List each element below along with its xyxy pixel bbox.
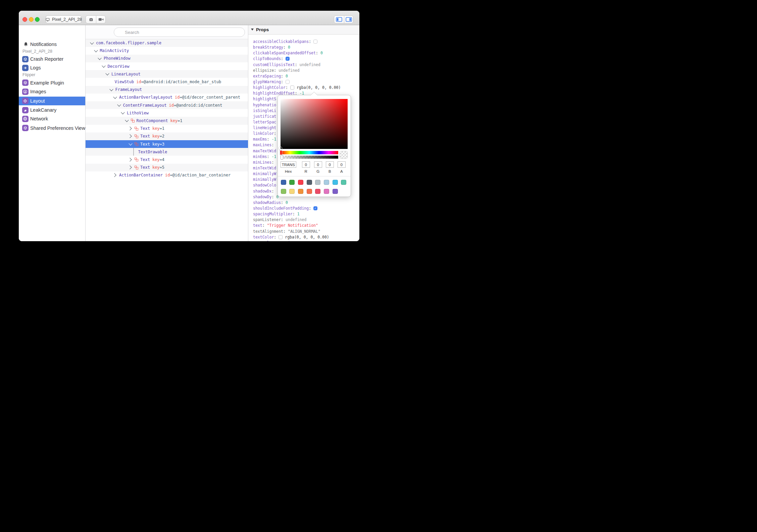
preset-color-swatch[interactable]: [324, 189, 329, 194]
sidebar-item-shared-preferences[interactable]: Shared Preferences Viewer: [19, 124, 85, 132]
blue-input[interactable]: 0: [326, 161, 334, 168]
tree-row[interactable]: LinearLayout: [86, 70, 248, 78]
tree-row[interactable]: ActionBarOverlayLayoutid=@id/decor_conte…: [86, 94, 248, 101]
color-swatch[interactable]: [279, 235, 283, 239]
chevron-down-icon[interactable]: [94, 48, 98, 52]
tree-row[interactable]: ViewStubid=@android:id/action_mode_bar_s…: [86, 78, 248, 86]
checkbox-checked[interactable]: [313, 206, 317, 210]
preset-color-swatch[interactable]: [298, 180, 303, 185]
alpha-input[interactable]: 0: [338, 161, 346, 168]
attr-name: id: [175, 95, 180, 100]
sidebar-item-crash-reporter[interactable]: Crash Reporter: [19, 55, 85, 63]
chevron-down-icon[interactable]: [109, 87, 113, 91]
tree-row[interactable]: RootComponentkey=1: [86, 117, 248, 124]
preset-color-swatch[interactable]: [333, 180, 338, 185]
screenshot-button[interactable]: [86, 16, 96, 23]
chevron-down-icon[interactable]: [105, 72, 109, 75]
prop-row: text:"Trigger Notification": [248, 223, 359, 228]
preset-color-swatch[interactable]: [289, 189, 295, 194]
green-input[interactable]: 0: [314, 161, 322, 168]
checkbox-checked[interactable]: [286, 57, 290, 61]
preset-color-swatch[interactable]: [341, 180, 346, 185]
preset-color-swatch[interactable]: [315, 180, 320, 185]
tree-row[interactable]: PhoneWindow: [86, 55, 248, 62]
sidebar-item-network[interactable]: Network: [19, 114, 85, 123]
chevron-right-icon[interactable]: [128, 165, 132, 169]
chevron-right-icon[interactable]: [128, 135, 132, 138]
titlebar[interactable]: Pixel_2_API_28: [19, 11, 359, 25]
alpha-slider-handle[interactable]: [281, 155, 283, 160]
toggle-left-panel-button[interactable]: [334, 16, 344, 23]
checkbox-unchecked[interactable]: [286, 80, 290, 84]
tree-row[interactable]: TextDrawable: [86, 148, 248, 156]
chevron-down-icon[interactable]: [90, 41, 94, 44]
chevron-down-icon[interactable]: [98, 56, 101, 60]
gradient-marker[interactable]: [279, 147, 282, 150]
tree-row[interactable]: Textkey=5: [86, 164, 248, 171]
chevron-right-icon[interactable]: [112, 173, 116, 177]
search-input[interactable]: [114, 28, 245, 37]
red-input[interactable]: 0: [302, 161, 310, 168]
tree-row[interactable]: ContentFrameLayoutid=@android:id/content: [86, 101, 248, 109]
attr-value: =5: [160, 165, 164, 170]
chevron-down-icon[interactable]: [129, 142, 132, 145]
video-camera-icon: [98, 17, 104, 21]
preset-color-swatch[interactable]: [298, 189, 303, 194]
props-header[interactable]: Props: [248, 25, 359, 35]
sidebar-item-example-plugin[interactable]: Example Plugin: [19, 78, 85, 87]
tree-row[interactable]: ActionBarContainerid=@id/action_bar_cont…: [86, 171, 248, 179]
saturation-value-gradient[interactable]: [281, 99, 348, 149]
tree-row-selected[interactable]: Textkey=3: [86, 140, 248, 148]
chevron-down-icon[interactable]: [113, 95, 117, 99]
chevron-down-icon[interactable]: [117, 103, 121, 106]
sidebar-item-label: Notifications: [30, 42, 57, 47]
sidebar-item-leakcanary[interactable]: LeakCanary: [19, 106, 85, 114]
tree-row[interactable]: Textkey=2: [86, 132, 248, 140]
attr-name: id: [165, 173, 170, 177]
color-swatch[interactable]: [290, 86, 294, 90]
preset-color-swatch[interactable]: [281, 189, 286, 194]
chevron-right-icon[interactable]: [128, 126, 132, 130]
chevron-down-icon[interactable]: [121, 111, 124, 114]
minimize-button[interactable]: [29, 17, 34, 22]
target-icon: [22, 98, 29, 104]
hex-input[interactable]: TRANS: [281, 161, 296, 168]
chevron-right-icon[interactable]: [128, 158, 132, 161]
sidebar-item-layout[interactable]: Layout: [19, 97, 85, 105]
prop-row: customEllipsisText:undefined: [248, 62, 359, 67]
preset-color-swatch[interactable]: [324, 180, 329, 185]
tree-row[interactable]: Textkey=4: [86, 156, 248, 163]
tree-row[interactable]: MainActivity: [86, 47, 248, 55]
sidebar-item-label: LeakCanary: [30, 107, 56, 113]
device-selector-button[interactable]: Pixel_2_API_28: [46, 15, 82, 23]
globe-icon: [22, 116, 29, 122]
sidebar-item-label: Shared Preferences Viewer: [30, 125, 86, 131]
toggle-right-panel-button[interactable]: [344, 16, 354, 23]
hue-slider[interactable]: [281, 151, 338, 154]
record-video-button[interactable]: [96, 16, 106, 23]
preset-color-swatch[interactable]: [307, 180, 312, 185]
hue-slider-handle[interactable]: [280, 150, 282, 155]
preset-color-swatch[interactable]: [307, 189, 312, 194]
sidebar-item-notifications[interactable]: Notifications: [19, 40, 85, 49]
close-button[interactable]: [22, 17, 27, 22]
zoom-button[interactable]: [35, 17, 40, 22]
tree-row[interactable]: DecorView: [86, 62, 248, 70]
litho-component-icon: [135, 166, 138, 169]
preset-color-swatch[interactable]: [315, 189, 320, 194]
chevron-down-icon[interactable]: [102, 64, 105, 67]
tree-row[interactable]: Textkey=1: [86, 125, 248, 132]
tree-row[interactable]: com.facebook.flipper.sample: [86, 39, 248, 47]
alpha-slider[interactable]: [281, 156, 338, 159]
preset-color-swatch[interactable]: [289, 180, 295, 185]
sidebar-item-label: Logs: [30, 65, 41, 70]
preset-color-swatch[interactable]: [333, 189, 338, 194]
tree-row[interactable]: FrameLayout: [86, 86, 248, 94]
chevron-down-icon[interactable]: [125, 118, 129, 122]
tree-row[interactable]: LithoView: [86, 109, 248, 117]
preset-color-swatch[interactable]: [281, 180, 286, 185]
sidebar-item-images[interactable]: Images: [19, 87, 85, 96]
attr-name: key: [152, 157, 160, 162]
sidebar-item-logs[interactable]: Logs: [19, 63, 85, 72]
checkbox-unchecked[interactable]: [313, 40, 317, 44]
